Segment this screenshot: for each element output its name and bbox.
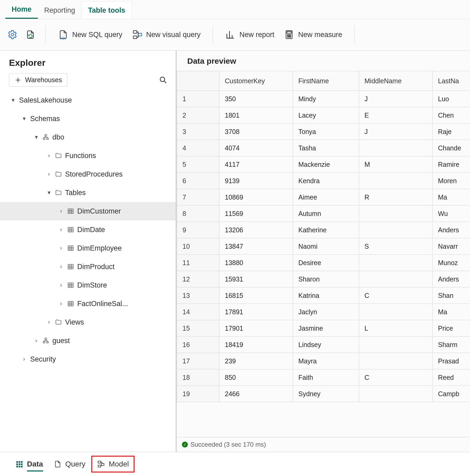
cell[interactable]: 17901 — [220, 320, 293, 337]
row-number[interactable]: 11 — [177, 255, 220, 271]
cell[interactable]: Mackenzie — [293, 156, 359, 173]
cell[interactable]: Ramire — [433, 156, 470, 173]
row-number[interactable]: 5 — [177, 156, 220, 173]
tree-item-dbo[interactable]: ▾ dbo — [0, 128, 176, 146]
cell[interactable]: Luo — [433, 91, 470, 107]
row-number[interactable]: 14 — [177, 304, 220, 320]
cell[interactable]: 17891 — [220, 304, 293, 320]
row-number[interactable]: 15 — [177, 320, 220, 337]
cell[interactable] — [359, 337, 433, 353]
cell[interactable] — [359, 353, 433, 369]
cell[interactable]: Kendra — [293, 173, 359, 189]
cell[interactable] — [359, 386, 433, 402]
tab-home[interactable]: Home — [5, 1, 38, 19]
row-number[interactable]: 13 — [177, 288, 220, 304]
tree-item-tables[interactable]: ▾ Tables — [0, 183, 176, 202]
row-number[interactable]: 12 — [177, 271, 220, 288]
cell[interactable]: Desiree — [293, 255, 359, 271]
cell[interactable]: 239 — [220, 353, 293, 369]
column-header[interactable] — [177, 71, 220, 91]
row-number[interactable]: 16 — [177, 337, 220, 353]
row-number[interactable]: 19 — [177, 386, 220, 402]
row-number[interactable]: 7 — [177, 189, 220, 206]
new-visual-query-button[interactable]: New visual query — [130, 28, 203, 41]
cell[interactable]: Sydney — [293, 386, 359, 402]
data-grid[interactable]: CustomerKeyFirstNameMiddleNameLastNa1350… — [177, 71, 470, 402]
row-number[interactable]: 4 — [177, 140, 220, 156]
footer-tab-query[interactable]: Query — [49, 457, 90, 472]
tab-table-tools[interactable]: Table tools — [81, 1, 132, 19]
new-sql-query-button[interactable]: SQL New SQL query — [56, 28, 125, 41]
row-number[interactable]: 6 — [177, 173, 220, 189]
column-header[interactable]: LastNa — [433, 71, 470, 91]
tree-item-views[interactable]: › Views — [0, 313, 176, 331]
cell[interactable]: L — [359, 320, 433, 337]
cell[interactable] — [359, 222, 433, 238]
cell[interactable]: 850 — [220, 369, 293, 386]
cell[interactable]: J — [359, 91, 433, 107]
row-number[interactable]: 1 — [177, 91, 220, 107]
cell[interactable]: Lindsey — [293, 337, 359, 353]
new-report-button[interactable]: New report — [223, 28, 276, 41]
cell[interactable]: Jaclyn — [293, 304, 359, 320]
cell[interactable]: Navarr — [433, 238, 470, 255]
cell[interactable]: 4117 — [220, 156, 293, 173]
refresh-icon[interactable] — [25, 30, 35, 40]
cell[interactable] — [359, 206, 433, 222]
cell[interactable]: 18419 — [220, 337, 293, 353]
cell[interactable]: 9139 — [220, 173, 293, 189]
cell[interactable]: Munoz — [433, 255, 470, 271]
tree-item-dimdate[interactable]: › DimDate — [0, 220, 176, 239]
cell[interactable]: C — [359, 369, 433, 386]
tree-item-security[interactable]: › Security — [0, 350, 176, 368]
row-number[interactable]: 9 — [177, 222, 220, 238]
tree-item-dimemployee[interactable]: › DimEmployee — [0, 239, 176, 257]
search-icon[interactable] — [159, 76, 168, 85]
cell[interactable]: Tonya — [293, 124, 359, 140]
tree-item-schemas[interactable]: ▾ Schemas — [0, 109, 176, 128]
cell[interactable]: M — [359, 156, 433, 173]
tree-item-dimstore[interactable]: › DimStore — [0, 276, 176, 294]
cell[interactable]: 1801 — [220, 107, 293, 124]
cell[interactable]: S — [359, 238, 433, 255]
cell[interactable] — [359, 304, 433, 320]
footer-tab-model[interactable]: Model — [91, 456, 135, 473]
row-number[interactable]: 10 — [177, 238, 220, 255]
new-measure-button[interactable]: New measure — [282, 28, 344, 41]
cell[interactable]: Lacey — [293, 107, 359, 124]
cell[interactable]: 15931 — [220, 271, 293, 288]
tree-item-dimproduct[interactable]: › DimProduct — [0, 257, 176, 276]
tree-item-factonlinesales[interactable]: › FactOnlineSal... — [0, 294, 176, 313]
row-number[interactable]: 18 — [177, 369, 220, 386]
cell[interactable]: Ma — [433, 189, 470, 206]
cell[interactable]: Campb — [433, 386, 470, 402]
tree-item-saleslakehouse[interactable]: ▾ SalesLakehouse — [0, 91, 176, 109]
add-warehouses-button[interactable]: Warehouses — [9, 73, 67, 87]
cell[interactable]: Anders — [433, 222, 470, 238]
tree-item-guest[interactable]: › guest — [0, 331, 176, 350]
cell[interactable]: Autumn — [293, 206, 359, 222]
cell[interactable] — [359, 255, 433, 271]
cell[interactable]: Katherine — [293, 222, 359, 238]
cell[interactable]: Ma — [433, 304, 470, 320]
cell[interactable]: Naomi — [293, 238, 359, 255]
tree-item-storedprocedures[interactable]: › StoredProcedures — [0, 165, 176, 183]
cell[interactable]: E — [359, 107, 433, 124]
column-header[interactable]: CustomerKey — [220, 71, 293, 91]
cell[interactable]: 350 — [220, 91, 293, 107]
cell[interactable]: Aimee — [293, 189, 359, 206]
cell[interactable]: Mindy — [293, 91, 359, 107]
cell[interactable]: Prasad — [433, 353, 470, 369]
cell[interactable]: 13206 — [220, 222, 293, 238]
cell[interactable]: Chande — [433, 140, 470, 156]
row-number[interactable]: 2 — [177, 107, 220, 124]
cell[interactable] — [359, 140, 433, 156]
cell[interactable]: C — [359, 288, 433, 304]
footer-tab-data[interactable]: Data — [11, 457, 48, 472]
cell[interactable]: Sharon — [293, 271, 359, 288]
cell[interactable]: 13847 — [220, 238, 293, 255]
cell[interactable]: Chen — [433, 107, 470, 124]
cell[interactable]: Mayra — [293, 353, 359, 369]
cell[interactable]: Anders — [433, 271, 470, 288]
column-header[interactable]: MiddleName — [359, 71, 433, 91]
